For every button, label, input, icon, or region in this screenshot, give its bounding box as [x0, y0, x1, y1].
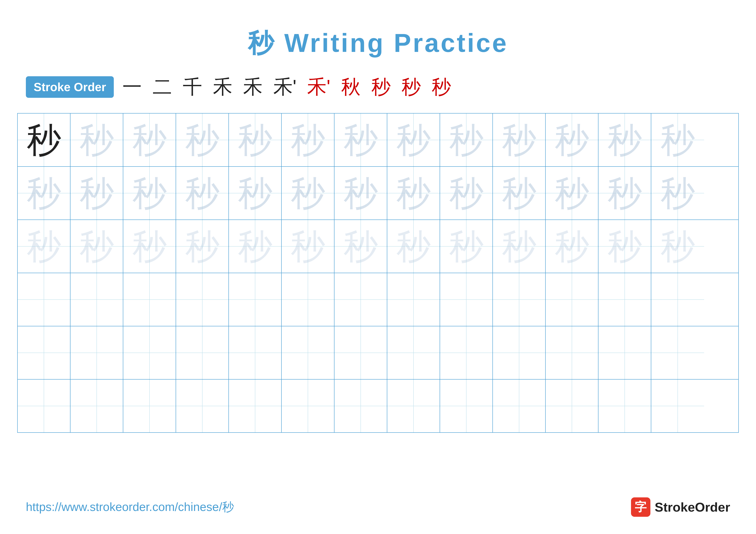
- grid-cell[interactable]: [387, 273, 440, 326]
- stroke-3: 千: [183, 74, 202, 100]
- grid-row[interactable]: [18, 273, 738, 326]
- grid-cell[interactable]: [546, 273, 599, 326]
- grid-cell[interactable]: 秒: [651, 220, 704, 273]
- grid-cell[interactable]: 秒: [440, 167, 493, 219]
- cell-guide: [18, 326, 70, 379]
- grid-cell[interactable]: [229, 273, 282, 326]
- grid-cell[interactable]: 秒: [546, 220, 599, 273]
- practice-char: 秒: [396, 123, 431, 157]
- grid-cell[interactable]: 秒: [387, 114, 440, 166]
- grid-cell[interactable]: [335, 273, 387, 326]
- grid-row[interactable]: 秒秒秒秒秒秒秒秒秒秒秒秒秒: [18, 114, 738, 167]
- grid-cell[interactable]: 秒: [229, 114, 282, 166]
- grid-cell[interactable]: [599, 326, 651, 379]
- grid-cell[interactable]: [387, 380, 440, 432]
- grid-cell[interactable]: [651, 326, 704, 379]
- grid-cell[interactable]: 秒: [18, 167, 70, 219]
- grid-cell[interactable]: 秒: [70, 114, 123, 166]
- grid-cell[interactable]: [123, 326, 176, 379]
- grid-cell[interactable]: [123, 380, 176, 432]
- practice-char: 秒: [396, 176, 431, 211]
- grid-cell[interactable]: [440, 273, 493, 326]
- grid-cell[interactable]: 秒: [18, 114, 70, 166]
- grid-cell[interactable]: [387, 326, 440, 379]
- grid-cell[interactable]: 秒: [282, 220, 335, 273]
- grid-cell[interactable]: [229, 380, 282, 432]
- grid-cell[interactable]: [651, 273, 704, 326]
- grid-cell[interactable]: [176, 273, 229, 326]
- cell-guide: [440, 380, 493, 432]
- grid-cell[interactable]: 秒: [493, 114, 546, 166]
- grid-cell[interactable]: 秒: [335, 167, 387, 219]
- grid-cell[interactable]: [282, 273, 335, 326]
- grid-cell[interactable]: [18, 273, 70, 326]
- grid-cell[interactable]: 秒: [176, 220, 229, 273]
- grid-cell[interactable]: 秒: [282, 114, 335, 166]
- grid-cell[interactable]: 秒: [599, 114, 651, 166]
- grid-cell[interactable]: 秒: [599, 167, 651, 219]
- grid-row[interactable]: [18, 380, 738, 432]
- grid-cell[interactable]: 秒: [546, 114, 599, 166]
- grid-cell[interactable]: [176, 326, 229, 379]
- footer-url[interactable]: https://www.strokeorder.com/chinese/秒: [26, 499, 234, 515]
- cell-guide: [70, 380, 123, 432]
- grid-cell[interactable]: 秒: [599, 220, 651, 273]
- grid-cell[interactable]: [546, 326, 599, 379]
- grid-cell[interactable]: [229, 326, 282, 379]
- cell-guide: [546, 326, 598, 379]
- grid-cell[interactable]: 秒: [229, 220, 282, 273]
- grid-cell[interactable]: [493, 380, 546, 432]
- grid-cell[interactable]: [493, 273, 546, 326]
- grid-cell[interactable]: 秒: [546, 167, 599, 219]
- grid-cell[interactable]: 秒: [70, 167, 123, 219]
- grid-cell[interactable]: 秒: [493, 220, 546, 273]
- grid-cell[interactable]: [599, 380, 651, 432]
- grid-cell[interactable]: 秒: [440, 114, 493, 166]
- practice-char: 秒: [185, 229, 220, 264]
- stroke-1: 一: [122, 74, 142, 100]
- grid-cell[interactable]: 秒: [18, 220, 70, 273]
- grid-cell[interactable]: [440, 326, 493, 379]
- grid-row[interactable]: 秒秒秒秒秒秒秒秒秒秒秒秒秒: [18, 167, 738, 220]
- grid-row[interactable]: 秒秒秒秒秒秒秒秒秒秒秒秒秒: [18, 220, 738, 273]
- grid-cell[interactable]: 秒: [176, 114, 229, 166]
- cell-guide: [335, 326, 387, 379]
- cell-guide: [18, 273, 70, 326]
- practice-char: 秒: [27, 176, 61, 211]
- grid-cell[interactable]: 秒: [123, 167, 176, 219]
- grid-cell[interactable]: 秒: [335, 114, 387, 166]
- grid-cell[interactable]: 秒: [123, 114, 176, 166]
- grid-cell[interactable]: [282, 326, 335, 379]
- grid-cell[interactable]: [70, 380, 123, 432]
- grid-cell[interactable]: 秒: [493, 167, 546, 219]
- grid-cell[interactable]: 秒: [70, 220, 123, 273]
- grid-cell[interactable]: [282, 380, 335, 432]
- grid-cell[interactable]: [546, 380, 599, 432]
- grid-cell[interactable]: [70, 273, 123, 326]
- grid-cell[interactable]: [18, 326, 70, 379]
- grid-cell[interactable]: [176, 380, 229, 432]
- grid-cell[interactable]: [335, 380, 387, 432]
- grid-cell[interactable]: 秒: [651, 167, 704, 219]
- grid-row[interactable]: [18, 326, 738, 380]
- grid-cell[interactable]: 秒: [176, 167, 229, 219]
- grid-cell[interactable]: 秒: [229, 167, 282, 219]
- grid-cell[interactable]: 秒: [335, 220, 387, 273]
- practice-grid: 秒秒秒秒秒秒秒秒秒秒秒秒秒秒秒秒秒秒秒秒秒秒秒秒秒秒秒秒秒秒秒秒秒秒秒秒秒秒秒: [17, 113, 739, 433]
- grid-cell[interactable]: [440, 380, 493, 432]
- grid-cell[interactable]: 秒: [282, 167, 335, 219]
- grid-cell[interactable]: [123, 273, 176, 326]
- grid-cell[interactable]: [70, 326, 123, 379]
- grid-cell[interactable]: 秒: [440, 220, 493, 273]
- grid-cell[interactable]: [599, 273, 651, 326]
- cell-guide: [599, 380, 651, 432]
- grid-cell[interactable]: [493, 326, 546, 379]
- grid-cell[interactable]: [18, 380, 70, 432]
- grid-cell[interactable]: [651, 380, 704, 432]
- grid-cell[interactable]: [335, 326, 387, 379]
- grid-cell[interactable]: 秒: [651, 114, 704, 166]
- grid-cell[interactable]: 秒: [387, 167, 440, 219]
- grid-cell[interactable]: 秒: [123, 220, 176, 273]
- practice-char: 秒: [343, 176, 378, 211]
- grid-cell[interactable]: 秒: [387, 220, 440, 273]
